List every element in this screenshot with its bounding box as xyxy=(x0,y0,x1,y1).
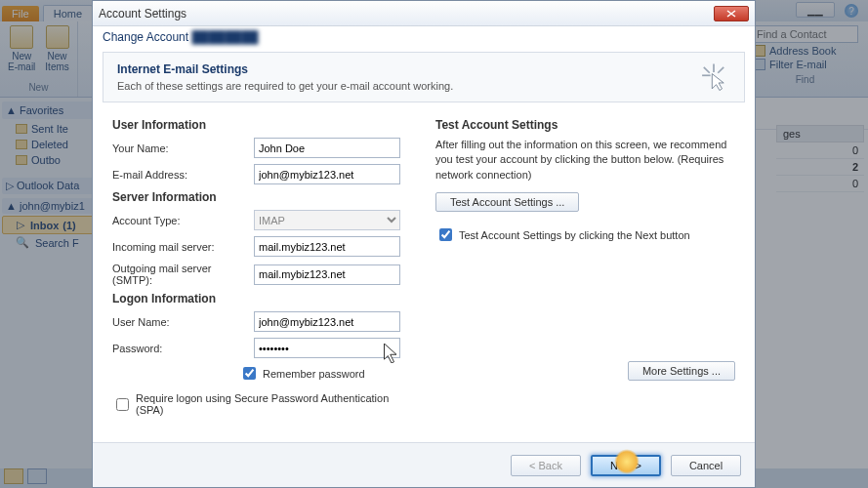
section-logon-info: Logon Information xyxy=(112,292,412,305)
section-user-info: User Information xyxy=(112,118,412,132)
section-server-info: Server Information xyxy=(112,190,412,204)
remember-password-row[interactable]: Remember password xyxy=(239,364,412,383)
test-account-button[interactable]: Test Account Settings ... xyxy=(435,192,579,212)
your-name-field[interactable] xyxy=(254,138,400,158)
remember-password-checkbox[interactable] xyxy=(243,367,256,380)
label-account-type: Account Type: xyxy=(112,215,254,226)
svg-line-2 xyxy=(704,67,710,73)
username-field[interactable] xyxy=(254,311,400,332)
banner-title: Internet E-mail Settings xyxy=(117,62,730,76)
label-your-name: Your Name: xyxy=(112,142,254,154)
dialog-subtitle: Change Account ████████ xyxy=(93,26,755,46)
label-username: User Name: xyxy=(112,316,254,328)
back-button: < Back xyxy=(511,455,581,476)
test-next-checkbox[interactable] xyxy=(439,228,452,241)
test-description: After filling out the information on thi… xyxy=(435,138,735,183)
dialog-banner: Internet E-mail Settings Each of these s… xyxy=(103,52,745,102)
label-incoming: Incoming mail server: xyxy=(112,241,254,253)
account-settings-dialog: Account Settings Change Account ████████… xyxy=(92,0,756,488)
section-test: Test Account Settings xyxy=(435,118,735,132)
banner-text: Each of these settings are required to g… xyxy=(117,80,730,92)
svg-line-3 xyxy=(718,67,723,73)
label-outgoing: Outgoing mail server (SMTP): xyxy=(112,263,254,286)
close-icon xyxy=(726,10,736,18)
email-field[interactable] xyxy=(254,164,400,184)
next-button[interactable]: Next > xyxy=(591,455,661,476)
label-password: Password: xyxy=(112,343,254,354)
cursor-burst-icon xyxy=(697,61,730,96)
next-button-highlight: Next > xyxy=(591,455,661,476)
password-field[interactable] xyxy=(254,338,400,358)
incoming-server-field[interactable] xyxy=(254,236,400,257)
cancel-button[interactable]: Cancel xyxy=(671,455,741,476)
outgoing-server-field[interactable] xyxy=(254,264,400,285)
account-type-select: IMAP xyxy=(254,210,400,230)
more-settings-button[interactable]: More Settings ... xyxy=(628,361,735,381)
spa-row[interactable]: Require logon using Secure Password Auth… xyxy=(112,392,412,416)
spa-checkbox[interactable] xyxy=(116,398,129,411)
label-email: E-mail Address: xyxy=(112,169,254,181)
dialog-title: Account Settings xyxy=(99,7,186,20)
close-button[interactable] xyxy=(714,6,749,21)
test-next-row[interactable]: Test Account Settings by clicking the Ne… xyxy=(435,225,735,244)
